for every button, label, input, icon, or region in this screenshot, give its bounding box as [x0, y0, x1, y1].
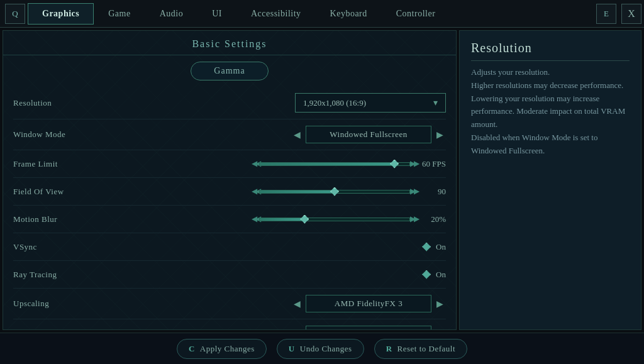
setting-label: Window Mode [13, 130, 152, 140]
setting-row-frame-limit: Frame Limit◀◀▶▶60 FPS [13, 150, 446, 178]
apply-label: Apply Changes [200, 344, 255, 354]
panel-title: Basic Settings [3, 31, 456, 55]
undo-key: U [289, 344, 295, 354]
setting-row-vsync: VSyncOn [13, 233, 446, 261]
slider-value: 60 FPS [418, 159, 446, 169]
slider-arrows-left-icon[interactable]: ◀◀ [252, 159, 259, 168]
slider-track[interactable] [259, 162, 410, 166]
main-content: Basic Settings Gamma Resolution1,920x1,0… [0, 28, 644, 333]
info-paragraph: Disabled when Window Mode is set to Wind… [471, 133, 597, 155]
setting-row-field-of-view: Field Of View◀◀▶▶90 [13, 178, 446, 206]
slider-arrows-right-icon[interactable]: ▶▶ [410, 214, 418, 224]
info-paragraph: Higher resolutions may decrease performa… [471, 80, 625, 129]
nav-icon-right[interactable]: E [596, 4, 616, 24]
arrow-right-icon[interactable]: ▶ [434, 297, 446, 311]
arrow-right-icon[interactable]: ▶ [434, 128, 446, 141]
right-panel: Resolution Adjusts your resolution.Highe… [459, 30, 641, 330]
tab-audio[interactable]: Audio [145, 3, 198, 25]
setting-row-window-mode: Window Mode ◀ Windowed Fullscreen ▶ [13, 119, 446, 150]
slider-handle[interactable] [300, 215, 309, 224]
slider-arrows-left-icon[interactable]: ◀◀ [252, 187, 259, 196]
arrow-left-icon[interactable]: ◀ [291, 297, 303, 311]
arrow-select-value: Windowed Fullscreen [306, 126, 431, 143]
setting-label: FSR Super Resolution Quality [13, 329, 152, 330]
slider-value: 90 [418, 187, 446, 197]
arrow-select-value: Quality [306, 326, 431, 330]
arrow-left-icon[interactable]: ◀ [291, 128, 303, 141]
toggle-value: On [436, 242, 446, 252]
slider-track[interactable] [259, 218, 410, 221]
settings-list: Resolution1,920x1,080 (16:9)▾Window Mode… [3, 87, 456, 330]
apply-changes-button[interactable]: C Apply Changes [177, 339, 267, 359]
slider-arrows-right-icon[interactable]: ▶▶ [410, 159, 418, 168]
dropdown-arrow-icon: ▾ [433, 97, 438, 108]
tab-ui[interactable]: UI [197, 3, 236, 25]
reset-key: R [386, 344, 392, 354]
setting-row-motion-blur: Motion Blur◀◀▶▶20% [13, 206, 446, 233]
toggle-diamond-icon [422, 270, 431, 279]
slider-arrows-left-icon[interactable]: ◀◀ [252, 214, 259, 224]
setting-row-resolution: Resolution1,920x1,080 (16:9)▾ [13, 87, 446, 119]
info-title: Resolution [471, 41, 630, 61]
gamma-button[interactable]: Gamma [191, 62, 268, 80]
toggle-value: On [436, 270, 446, 280]
slider-fill [260, 190, 335, 193]
gamma-button-container: Gamma [3, 62, 456, 80]
slider-handle[interactable] [390, 160, 399, 168]
slider-track[interactable] [259, 190, 410, 194]
info-paragraph: Adjusts your resolution. [471, 67, 550, 77]
setting-label: VSync [13, 242, 152, 252]
info-text: Adjusts your resolution.Higher resolutio… [471, 66, 630, 158]
nav-tabs: GraphicsGameAudioUIAccessibilityKeyboard… [28, 3, 594, 25]
dropdown-value: 1,920x1,080 (16:9) [303, 98, 366, 108]
tab-keyboard[interactable]: Keyboard [316, 3, 382, 25]
setting-row-upscaling: Upscaling ◀ AMD FidelityFX 3 ▶ [13, 289, 446, 319]
setting-label: Ray Tracing [13, 270, 152, 280]
setting-label: Frame Limit [13, 159, 152, 169]
undo-changes-button[interactable]: U Undo Changes [277, 339, 364, 359]
tab-controller[interactable]: Controller [382, 3, 450, 25]
reset-to-default-button[interactable]: R Reset to Default [374, 339, 467, 359]
slider-value: 20% [418, 214, 446, 224]
tab-graphics[interactable]: Graphics [28, 3, 94, 25]
undo-label: Undo Changes [300, 344, 352, 354]
left-panel: Basic Settings Gamma Resolution1,920x1,0… [3, 30, 457, 330]
toggle-diamond-icon [422, 243, 431, 251]
slider-fill [260, 218, 304, 221]
nav-icon-left[interactable]: Q [5, 4, 25, 24]
dropdown-resolution[interactable]: 1,920x1,080 (16:9)▾ [295, 93, 446, 113]
setting-label: Motion Blur [13, 214, 152, 224]
arrow-select-value: AMD FidelityFX 3 [306, 295, 431, 312]
setting-label: Upscaling [13, 299, 152, 309]
setting-row-ray-tracing: Ray TracingOn [13, 261, 446, 289]
toggle-vsync[interactable]: On [422, 242, 446, 252]
tab-game[interactable]: Game [94, 3, 145, 25]
arrow-right-icon[interactable]: ▶ [434, 328, 446, 331]
nav-bar: Q GraphicsGameAudioUIAccessibilityKeyboa… [0, 0, 644, 28]
bottom-bar: C Apply Changes U Undo Changes R Reset t… [0, 333, 644, 364]
tab-accessibility[interactable]: Accessibility [236, 3, 316, 25]
apply-key: C [189, 344, 195, 354]
setting-label: Resolution [13, 98, 152, 108]
close-button[interactable]: X [621, 4, 641, 24]
toggle-ray-tracing[interactable]: On [422, 270, 446, 280]
setting-label: Field Of View [13, 187, 152, 197]
arrow-left-icon[interactable]: ◀ [291, 328, 303, 331]
slider-arrows-right-icon[interactable]: ▶▶ [410, 187, 418, 196]
setting-row-fsr-super-resolution-quality: FSR Super Resolution Quality ◀ Quality ▶ [13, 319, 446, 330]
slider-handle[interactable] [330, 187, 339, 196]
reset-label: Reset to Default [397, 344, 455, 354]
slider-fill [260, 163, 394, 165]
